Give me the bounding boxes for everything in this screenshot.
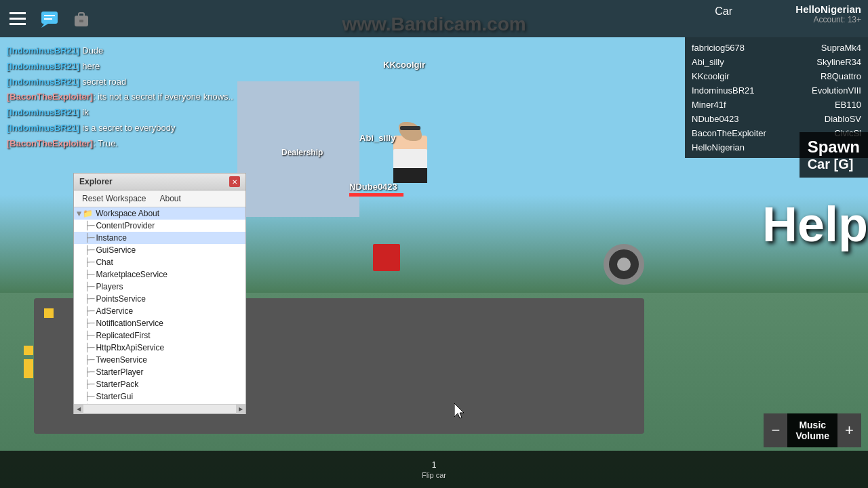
help-text-label: Help [762, 197, 868, 251]
tree-item-instance[interactable]: ├─Instance [74, 232, 245, 244]
player-row-2: KKcoolgir R8Quattro [685, 69, 868, 83]
tree-item-players[interactable]: ├─Players [74, 281, 245, 293]
player-row-3: IndominusBR21 EvolutionVIII [685, 83, 868, 98]
tree-item-startergui[interactable]: ├─StarterGui [74, 390, 245, 403]
scroll-left-arrow[interactable]: ◀ [74, 405, 83, 414]
explorer-menu: Reset Workspace About [74, 190, 245, 207]
top-bar [0, 0, 868, 37]
explorer-horizontal-scrollbar[interactable]: ◀ ▶ [74, 404, 245, 413]
yellow-block-1 [44, 308, 54, 318]
health-bar [349, 193, 403, 197]
svg-rect-8 [79, 13, 84, 17]
player-left-0: fabriciog5678 [692, 43, 745, 53]
svg-rect-5 [44, 15, 55, 16]
about-menu[interactable]: About [154, 192, 186, 205]
player-label-kk: KKcoolgir [383, 60, 425, 70]
explorer-window: Explorer ✕ Reset Workspace About ▼ 📁 Wor… [73, 173, 246, 414]
slot-label-1: Flip car [422, 471, 446, 479]
player-left-7: HelloNigerian [692, 142, 745, 152]
yellow-block-2 [24, 346, 33, 355]
explorer-close-button[interactable]: ✕ [229, 176, 240, 187]
workspace-about-item[interactable]: ▼ 📁 Workspace About [74, 207, 245, 220]
spawn-car-panel: Spawn Car [G] [800, 132, 868, 178]
player-label-ndube: NDube0423 [349, 182, 403, 197]
tree-item-tween[interactable]: ├─TweenService [74, 354, 245, 366]
tree-item-points[interactable]: ├─PointsService [74, 293, 245, 305]
volume-label: Music Volume [787, 413, 837, 447]
player-left-4: Miner41f [692, 100, 726, 110]
chat-icon[interactable] [39, 8, 60, 30]
player-right-5: DiabloSV [825, 114, 861, 124]
scroll-right-arrow[interactable]: ▶ [236, 405, 245, 414]
player-left-5: NDube0423 [692, 114, 738, 124]
explorer-title: Explorer [79, 177, 113, 186]
svg-rect-3 [41, 12, 58, 24]
car-label: Car [715, 5, 732, 18]
player-left-6: BaconTheExploiter [692, 128, 766, 138]
svg-rect-0 [9, 12, 26, 14]
chat-msg-6: [IndominusBR21] is a secret to everybody [7, 121, 264, 136]
bottom-action-bar: 1 Flip car [0, 451, 868, 488]
player-character [393, 136, 427, 183]
tree-item-guiservice[interactable]: ├─GuiService [74, 244, 245, 256]
tree-item-httprbx[interactable]: ├─HttpRbxApiService [74, 342, 245, 354]
menu-icon[interactable] [7, 8, 28, 30]
player-left-3: IndominusBR21 [692, 85, 755, 96]
reset-workspace-menu[interactable]: Reset Workspace [77, 192, 151, 205]
user-info: HelloNigerian Account: 13+ [795, 3, 861, 24]
player-right-0: SupraMk4 [821, 43, 861, 53]
player-left-1: Abi_silly [692, 57, 724, 67]
player-right-2: R8Quattro [821, 71, 861, 81]
car-wheel [604, 244, 644, 285]
tree-item-notification[interactable]: ├─NotificationService [74, 317, 245, 329]
tree-item-starterpack[interactable]: ├─StarterPack [74, 378, 245, 390]
player-row-4: Miner41f EB110 [685, 98, 868, 112]
chat-msg-2: [IndominusBR21] here [7, 60, 264, 74]
player-row-0: fabriciog5678 SupraMk4 [685, 41, 868, 55]
player-right-1: SkylineR34 [816, 57, 861, 67]
chat-area: [IndominusBR21] Dude [IndominusBR21] her… [0, 37, 271, 159]
svg-rect-2 [9, 23, 26, 25]
player-label-abi: Abi_silly [359, 133, 395, 143]
scroll-track[interactable] [83, 405, 236, 413]
action-slot-1: 1 Flip car [422, 460, 446, 479]
red-character [373, 244, 400, 271]
player-row-5: NDube0423 DiabloSV [685, 112, 868, 126]
tree-item-replicated[interactable]: ├─ReplicatedFirst [74, 329, 245, 342]
svg-marker-4 [41, 24, 48, 28]
svg-rect-9 [79, 20, 83, 22]
svg-rect-6 [44, 18, 52, 20]
slot-number-1: 1 [432, 460, 437, 470]
spawn-car-keybind: Car [G] [808, 157, 860, 172]
account-age: Account: 13+ [795, 15, 861, 24]
explorer-header[interactable]: Explorer ✕ [74, 174, 245, 190]
svg-rect-1 [9, 18, 26, 20]
volume-plus-button[interactable]: + [837, 413, 861, 447]
explorer-tree[interactable]: ▼ 📁 Workspace About ├─ContentProvider ├─… [74, 207, 245, 404]
player-right-3: EvolutionVIII [812, 85, 861, 96]
chat-msg-3: [IndominusBR21] secret road [7, 75, 264, 89]
dealership-sign: Dealership [281, 148, 323, 157]
chat-msg-4: [BaconTheExploiter]: its not a secret if… [7, 90, 264, 104]
tree-item-contentprovider[interactable]: ├─ContentProvider [74, 220, 245, 232]
spawn-car-text: Spawn [808, 138, 860, 157]
volume-minus-button[interactable]: − [764, 413, 787, 447]
tree-item-starterplayer[interactable]: ├─StarterPlayer [74, 366, 245, 378]
backpack-icon[interactable] [71, 8, 92, 30]
chat-msg-5: [IndominusBR21] ik [7, 106, 264, 120]
tree-item-chat[interactable]: ├─Chat [74, 256, 245, 268]
help-text-panel: Help [762, 197, 868, 252]
yellow-block-3 [24, 359, 33, 378]
chat-msg-1: [IndominusBR21] Dude [7, 44, 264, 58]
username: HelloNigerian [795, 3, 861, 15]
music-volume-control: − Music Volume + [764, 413, 861, 447]
player-row-1: Abi_silly SkylineR34 [685, 55, 868, 69]
tree-item-marketplace[interactable]: ├─MarketplaceService [74, 268, 245, 281]
chat-msg-7: [BaconTheExploiter]: True. [7, 137, 264, 151]
tree-item-ad[interactable]: ├─AdService [74, 305, 245, 317]
player-right-4: EB110 [835, 100, 861, 110]
player-left-2: KKcoolgir [692, 71, 730, 81]
